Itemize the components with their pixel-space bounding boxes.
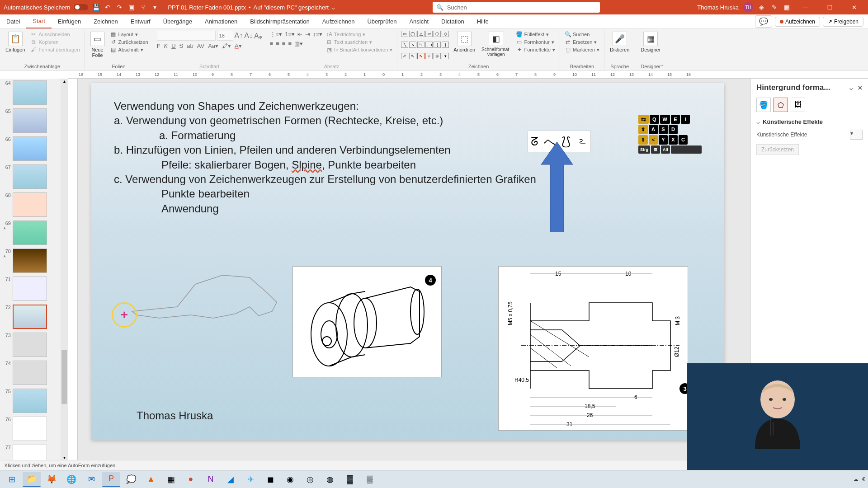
cut-button[interactable]: ✂Ausschneiden <box>29 31 80 38</box>
thumbnail-64[interactable]: 64 <box>0 79 68 107</box>
taskbar-app6[interactable]: ◍ <box>321 472 339 487</box>
autosave-toggle[interactable] <box>74 4 88 10</box>
smartart-button[interactable]: ⬔In SmartArt konvertieren▾ <box>325 46 393 53</box>
copy-button[interactable]: ⧉Kopieren <box>29 38 80 46</box>
spacing-button[interactable]: AV <box>197 42 204 49</box>
new-slide-button[interactable]: ▭Neue Folie <box>89 31 107 63</box>
taskbar-app5[interactable]: ◎ <box>301 472 319 487</box>
bullets-button[interactable]: ⋮≡▾ <box>270 31 283 38</box>
share-button[interactable]: ↗Freigeben <box>823 17 863 27</box>
collapse-ribbon-icon[interactable]: ⌃ <box>660 64 664 69</box>
font-size-select[interactable]: 18 <box>217 31 233 41</box>
taskbar-explorer[interactable]: 📁 <box>23 472 41 487</box>
align-left-button[interactable]: ≡ <box>270 40 274 47</box>
font-name-select[interactable] <box>157 31 216 41</box>
indent-inc-button[interactable]: ⇥ <box>305 31 310 38</box>
find-button[interactable]: 🔍Suchen <box>564 31 600 38</box>
maximize-button[interactable]: ❐ <box>820 0 840 14</box>
highlight-button[interactable]: 🖍▾ <box>222 42 231 49</box>
taskbar-obs[interactable]: ◉ <box>281 472 299 487</box>
effects-tab[interactable]: ⬠ <box>774 98 788 112</box>
technical-drawing-3d[interactable]: 4 <box>292 266 442 377</box>
taskbar-app4[interactable]: ◼ <box>261 472 279 487</box>
numbering-button[interactable]: 1≡▾ <box>285 31 295 38</box>
case-button[interactable]: Aa▾ <box>208 42 218 49</box>
arrange-button[interactable]: ⬚Anordnen <box>452 31 477 63</box>
replace-button[interactable]: ⇄Ersetzen▾ <box>564 38 600 46</box>
thumbnail-69[interactable]: 69★ <box>0 219 68 247</box>
menu-animationen[interactable]: Animationen <box>198 14 244 28</box>
shape-outline-button[interactable]: ▭Formkontur▾ <box>515 38 557 46</box>
thumbnail-scrollbar[interactable]: ▴ ▾ <box>61 79 68 460</box>
format-painter-button[interactable]: 🖌Format übertragen <box>29 46 80 53</box>
undo-icon[interactable]: ↶ <box>104 3 112 11</box>
taskbar-telegram[interactable]: ✈ <box>241 472 259 487</box>
minimize-button[interactable]: ― <box>796 0 816 14</box>
columns-button[interactable]: ▥▾ <box>294 40 303 47</box>
shapes-gallery[interactable]: ▭◯△▱⬡◇ ╲↘⤷⟶{} ⬀⬁∿☆⊕▾ <box>401 31 449 63</box>
select-button[interactable]: ⬚Markieren▾ <box>564 46 600 53</box>
pane-close-icon[interactable]: ✕ <box>858 84 863 91</box>
slide-thumbnails[interactable]: 646566676869★70★71727374757677 ▴ ▾ <box>0 79 68 460</box>
thumbnail-67[interactable]: 67 <box>0 163 68 191</box>
layout-button[interactable]: ▦Layout▾ <box>109 31 149 38</box>
menu-start[interactable]: Start <box>26 14 51 28</box>
taskbar-app2[interactable]: ▦ <box>162 472 180 487</box>
artistic-effects-section[interactable]: ⌵ Künstlerische Effekte <box>756 118 863 125</box>
thumbnail-77[interactable]: 77 <box>0 443 68 460</box>
indent-dec-button[interactable]: ⇤ <box>297 31 302 38</box>
sync-icon[interactable]: ◈ <box>758 3 766 11</box>
section-button[interactable]: ▤Abschnitt▾ <box>109 46 149 53</box>
text-direction-button[interactable]: ↕ATextrichtung▾ <box>325 31 393 38</box>
present-icon[interactable]: ▣ <box>127 3 135 11</box>
tray-weather-icon[interactable]: ☁ <box>853 476 859 483</box>
quick-styles-button[interactable]: ◧Schnellformat- vorlagen <box>480 31 512 63</box>
shadow-button[interactable]: ab <box>187 42 193 49</box>
increase-font-icon[interactable]: A↑ <box>235 32 243 40</box>
comments-icon[interactable]: 💬 <box>755 15 772 28</box>
thumbnail-75[interactable]: 75 <box>0 387 68 415</box>
align-justify-button[interactable]: ≡ <box>288 40 292 47</box>
taskbar-onenote[interactable]: N <box>202 472 220 487</box>
thumbnail-65[interactable]: 65 <box>0 107 68 135</box>
underline-button[interactable]: U <box>171 42 175 49</box>
shape-fill-button[interactable]: 🪣Fülleffekt▾ <box>515 31 557 38</box>
search-box[interactable]: 🔍 Suchen <box>433 2 600 13</box>
clear-format-icon[interactable]: Aᵩ <box>254 32 262 40</box>
scroll-down-icon[interactable]: ▾ <box>61 455 68 460</box>
qat-more-icon[interactable]: ▾ <box>151 3 159 11</box>
menu-bildschirm[interactable]: Bildschirmpräsentation <box>244 14 316 28</box>
save-icon[interactable]: 💾 <box>92 3 100 11</box>
designer-button[interactable]: ▦Designer <box>639 31 662 53</box>
menu-dictation[interactable]: Dictation <box>435 14 471 28</box>
taskbar-firefox[interactable]: 🦊 <box>42 472 61 487</box>
picture-tab[interactable]: 🖼 <box>791 98 805 112</box>
title-dropdown-icon[interactable]: ⌵ <box>331 4 335 11</box>
windows-icon[interactable]: ▦ <box>783 3 791 11</box>
menu-hilfe[interactable]: Hilfe <box>471 14 495 28</box>
line-spacing-button[interactable]: ↕≡▾ <box>313 31 322 38</box>
thumbnail-74[interactable]: 74 <box>0 359 68 387</box>
align-text-button[interactable]: ⊟Text ausrichten▾ <box>325 38 393 46</box>
thumbnail-73[interactable]: 73 <box>0 331 68 359</box>
font-color-button[interactable]: A▾ <box>235 42 242 49</box>
thumbnail-68[interactable]: 68 <box>0 191 68 219</box>
thumbnail-70[interactable]: 70★ <box>0 247 68 275</box>
taskbar-app8[interactable]: ▒ <box>361 472 379 487</box>
tray-currency[interactable]: € <box>862 476 865 483</box>
taskbar-vscode[interactable]: ◢ <box>222 472 240 487</box>
paste-button[interactable]: 📋Einfügen <box>4 31 27 63</box>
technical-drawing-2d[interactable]: 3 15 10 M5 x 0,75 M 3 Ø12 R40,5 <box>498 266 688 431</box>
italic-button[interactable]: K <box>164 42 168 49</box>
shape-effects-button[interactable]: ✦Formeffekte▾ <box>515 46 557 53</box>
taskbar-app1[interactable]: 💭 <box>122 472 140 487</box>
menu-zeichnen[interactable]: Zeichnen <box>87 14 124 28</box>
strike-button[interactable]: S <box>179 42 184 49</box>
menu-ansicht[interactable]: Ansicht <box>403 14 435 28</box>
user-name[interactable]: Thomas Hruska <box>697 4 739 11</box>
slide-canvas[interactable]: Verwendung von Shapes und Zeichenwerkzeu… <box>78 79 750 460</box>
reset-button[interactable]: ↺Zurücksetzen <box>109 38 149 46</box>
taskbar-outlook[interactable]: ✉ <box>82 472 100 487</box>
align-right-button[interactable]: ≡ <box>282 40 286 47</box>
artistic-effect-picker[interactable]: ▾ <box>850 130 863 140</box>
